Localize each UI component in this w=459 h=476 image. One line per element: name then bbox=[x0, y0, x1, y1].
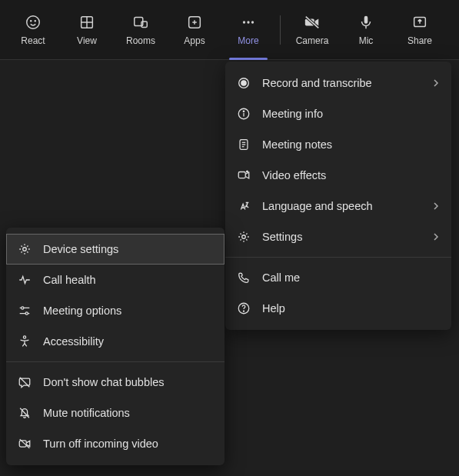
meeting-options-item[interactable]: Meeting options bbox=[6, 295, 225, 326]
gear-icon bbox=[236, 229, 251, 245]
help-item[interactable]: Help bbox=[225, 293, 451, 324]
svg-point-22 bbox=[243, 111, 244, 112]
share-button[interactable]: Share bbox=[393, 5, 447, 55]
info-icon bbox=[236, 106, 251, 121]
phone-icon bbox=[236, 270, 251, 285]
accessibility-item[interactable]: Accessibility bbox=[6, 326, 225, 357]
rooms-button[interactable]: Rooms bbox=[114, 5, 168, 55]
settings-submenu: Device settings Call health Meeting opti… bbox=[6, 228, 225, 465]
accessibility-icon bbox=[17, 334, 32, 349]
accessibility-label: Accessibility bbox=[43, 335, 214, 348]
react-label: React bbox=[21, 35, 45, 46]
meeting-info-label: Meeting info bbox=[262, 108, 441, 120]
rooms-label: Rooms bbox=[126, 35, 155, 46]
chevron-right-icon bbox=[431, 201, 441, 211]
apps-label: Apps bbox=[184, 35, 205, 46]
view-button[interactable]: View bbox=[60, 5, 114, 55]
more-dropdown: Record and transcribe Meeting info Meeti… bbox=[225, 62, 451, 330]
svg-point-29 bbox=[247, 171, 248, 172]
svg-point-33 bbox=[23, 248, 27, 251]
svg-rect-28 bbox=[238, 172, 245, 178]
meeting-info-item[interactable]: Meeting info bbox=[225, 98, 451, 129]
chevron-right-icon bbox=[431, 232, 441, 241]
meeting-toolbar: React View Rooms Apps More Camera bbox=[0, 0, 459, 60]
record-icon bbox=[236, 75, 251, 91]
language-label: Language and speech bbox=[262, 200, 431, 212]
smile-icon bbox=[25, 14, 42, 31]
video-effects-icon bbox=[236, 168, 251, 183]
meeting-options-label: Meeting options bbox=[43, 305, 214, 317]
language-speech-item[interactable]: Language and speech bbox=[225, 191, 451, 221]
svg-rect-16 bbox=[364, 15, 368, 23]
ellipsis-icon bbox=[240, 14, 257, 31]
apps-button[interactable]: Apps bbox=[168, 5, 221, 55]
svg-point-13 bbox=[251, 21, 254, 23]
svg-point-20 bbox=[241, 81, 246, 85]
settings-item[interactable]: Settings bbox=[225, 221, 451, 252]
chat-bubbles-label: Don't show chat bubbles bbox=[43, 376, 214, 388]
svg-point-12 bbox=[247, 21, 249, 23]
video-effects-label: Video effects bbox=[262, 169, 441, 181]
grid-icon bbox=[78, 14, 95, 31]
bell-off-icon bbox=[17, 405, 32, 421]
language-icon bbox=[236, 198, 251, 214]
help-label: Help bbox=[262, 302, 441, 315]
sliders-icon bbox=[17, 303, 32, 318]
activity-icon bbox=[17, 272, 32, 288]
chat-bubbles-item[interactable]: Don't show chat bubbles bbox=[6, 367, 225, 398]
gear-icon bbox=[17, 241, 32, 257]
mic-button[interactable]: Mic bbox=[339, 5, 393, 55]
svg-point-0 bbox=[27, 15, 40, 28]
apps-icon bbox=[186, 14, 203, 31]
svg-point-32 bbox=[243, 311, 244, 311]
svg-point-36 bbox=[22, 307, 24, 309]
mute-notifications-item[interactable]: Mute notifications bbox=[6, 398, 225, 428]
settings-label: Settings bbox=[262, 231, 431, 243]
chat-off-icon bbox=[17, 374, 32, 390]
notes-icon bbox=[236, 137, 251, 152]
call-health-label: Call health bbox=[43, 274, 214, 286]
device-settings-label: Device settings bbox=[43, 243, 214, 255]
turn-off-video-item[interactable]: Turn off incoming video bbox=[6, 428, 225, 459]
share-icon bbox=[411, 14, 428, 31]
mic-label: Mic bbox=[359, 35, 374, 46]
record-label: Record and transcribe bbox=[262, 77, 431, 89]
mic-icon bbox=[358, 14, 374, 31]
camera-label: Camera bbox=[296, 35, 329, 46]
svg-point-2 bbox=[35, 20, 35, 21]
svg-point-11 bbox=[243, 21, 245, 23]
svg-point-1 bbox=[31, 20, 32, 21]
mute-notifications-label: Mute notifications bbox=[43, 407, 214, 419]
view-label: View bbox=[77, 35, 97, 46]
svg-point-30 bbox=[242, 235, 246, 239]
more-button[interactable]: More bbox=[221, 5, 275, 55]
share-label: Share bbox=[407, 35, 432, 46]
video-effects-item[interactable]: Video effects bbox=[225, 160, 451, 191]
toolbar-divider bbox=[280, 15, 281, 45]
svg-point-38 bbox=[23, 336, 25, 338]
video-off-icon bbox=[17, 436, 32, 451]
call-me-label: Call me bbox=[262, 271, 441, 284]
menu-divider bbox=[225, 257, 451, 258]
help-icon bbox=[236, 301, 251, 316]
call-me-item[interactable]: Call me bbox=[225, 262, 451, 293]
device-settings-item[interactable]: Device settings bbox=[6, 234, 225, 265]
record-transcribe-item[interactable]: Record and transcribe bbox=[225, 68, 451, 98]
turn-off-video-label: Turn off incoming video bbox=[43, 438, 214, 450]
menu-divider bbox=[6, 361, 225, 362]
call-health-item[interactable]: Call health bbox=[6, 265, 225, 295]
react-button[interactable]: React bbox=[6, 5, 60, 55]
meeting-notes-label: Meeting notes bbox=[262, 138, 441, 151]
chevron-right-icon bbox=[431, 78, 441, 88]
rooms-icon bbox=[132, 14, 149, 31]
more-label: More bbox=[238, 35, 258, 46]
camera-off-icon bbox=[304, 14, 321, 31]
camera-button[interactable]: Camera bbox=[285, 5, 339, 55]
meeting-notes-item[interactable]: Meeting notes bbox=[225, 129, 451, 160]
svg-point-37 bbox=[25, 312, 28, 315]
